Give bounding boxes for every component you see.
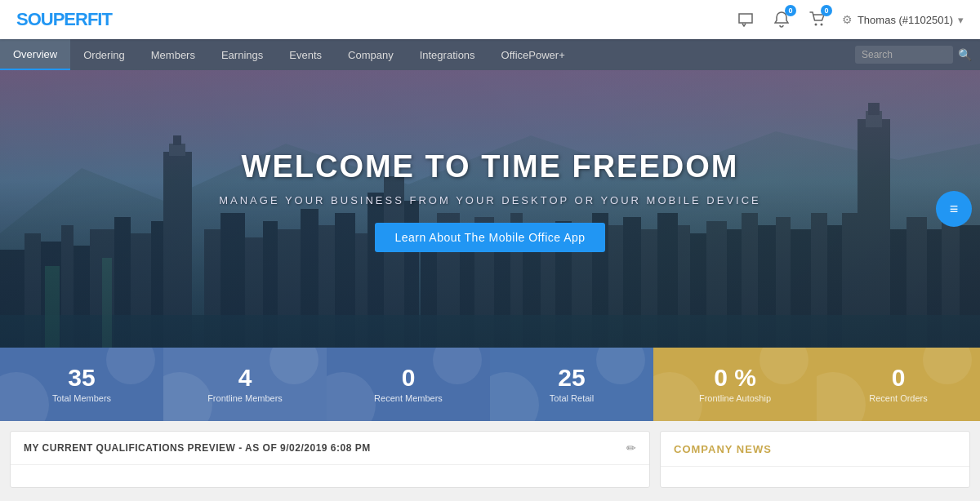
- menu-icon: ≡: [950, 201, 959, 218]
- nav-item-integrations[interactable]: Integrations: [407, 39, 488, 70]
- svg-point-0: [814, 24, 817, 26]
- search-icon[interactable]: 🔍: [958, 48, 972, 61]
- qualifications-panel: MY CURRENT QUALIFICATIONS PREVIEW - AS O…: [10, 431, 650, 488]
- cart-icon-button[interactable]: 0: [806, 8, 829, 31]
- hero-title: WELCOME TO TIME FREEDOM: [98, 149, 882, 184]
- nav-item-events[interactable]: Events: [276, 39, 335, 70]
- nav-item-officepower[interactable]: OfficePower+: [488, 39, 578, 70]
- nav-items: Overview Ordering Members Earnings Event…: [0, 39, 847, 70]
- recent-members-number: 0: [402, 366, 416, 390]
- logo-second: FIT: [87, 9, 112, 29]
- nav-item-ordering[interactable]: Ordering: [70, 39, 138, 70]
- frontline-members-label: Frontline Members: [207, 393, 283, 403]
- stat-frontline-autoship[interactable]: 0 % Frontline Autoship: [653, 348, 817, 421]
- hero-content: WELCOME TO TIME FREEDOM MANAGE YOUR BUSI…: [98, 149, 882, 252]
- header-actions: 0 0 ⚙ Thomas (#1102501) ▾: [734, 8, 964, 31]
- nav-item-company[interactable]: Company: [335, 39, 407, 70]
- total-members-label: Total Members: [52, 393, 111, 403]
- svg-point-1: [820, 24, 822, 26]
- user-name-label: Thomas (#1102501): [858, 14, 953, 26]
- search-input[interactable]: [855, 46, 953, 64]
- news-header: COMPANY NEWS: [661, 432, 969, 467]
- stat-total-retail[interactable]: 25 Total Retail: [490, 348, 653, 421]
- stat-recent-members[interactable]: 0 Recent Members: [327, 348, 490, 421]
- settings-icon: ⚙: [842, 13, 853, 26]
- qualifications-header: MY CURRENT QUALIFICATIONS PREVIEW - AS O…: [11, 432, 649, 465]
- hero-banner: WELCOME TO TIME FREEDOM MANAGE YOUR BUSI…: [0, 70, 980, 348]
- recent-orders-label: Recent Orders: [869, 393, 928, 403]
- main-nav: Overview Ordering Members Earnings Event…: [0, 39, 980, 70]
- notifications-icon-button[interactable]: 0: [770, 8, 793, 31]
- total-retail-label: Total Retail: [550, 393, 594, 403]
- frontline-autoship-number: 0 %: [714, 366, 756, 390]
- hero-subtitle: MANAGE YOUR BUSINESS FROM YOUR DESKTOP O…: [98, 194, 882, 206]
- header: SOUPERFIT 0 0 ⚙ Thomas (#1102501) ▾: [0, 0, 980, 39]
- nav-item-overview[interactable]: Overview: [0, 39, 70, 70]
- nav-search-area: 🔍: [847, 39, 980, 70]
- recent-orders-number: 0: [892, 366, 906, 390]
- recent-members-label: Recent Members: [374, 393, 443, 403]
- frontline-autoship-label: Frontline Autoship: [699, 393, 771, 403]
- logo-first: SOUPER: [16, 9, 87, 29]
- chevron-down-icon: ▾: [958, 14, 964, 26]
- news-panel: COMPANY NEWS: [660, 431, 970, 488]
- nav-item-members[interactable]: Members: [138, 39, 208, 70]
- edit-icon[interactable]: ✏: [626, 441, 636, 454]
- user-menu[interactable]: ⚙ Thomas (#1102501) ▾: [842, 13, 964, 26]
- total-retail-number: 25: [558, 366, 585, 390]
- frontline-members-number: 4: [238, 366, 252, 390]
- total-members-number: 35: [68, 366, 95, 390]
- stat-frontline-members[interactable]: 4 Frontline Members: [163, 348, 327, 421]
- stat-total-members[interactable]: 35 Total Members: [0, 348, 163, 421]
- stat-recent-orders[interactable]: 0 Recent Orders: [817, 348, 980, 421]
- learn-mobile-app-button[interactable]: Learn About The Mobile Office App: [375, 223, 604, 252]
- floating-menu-button[interactable]: ≡: [936, 191, 972, 227]
- qualifications-title: MY CURRENT QUALIFICATIONS PREVIEW - AS O…: [24, 442, 371, 454]
- bottom-section: MY CURRENT QUALIFICATIONS PREVIEW - AS O…: [0, 421, 980, 488]
- nav-item-earnings[interactable]: Earnings: [208, 39, 276, 70]
- notifications-badge: 0: [785, 5, 796, 16]
- cart-badge: 0: [821, 5, 832, 16]
- chat-icon-button[interactable]: [734, 8, 757, 31]
- logo[interactable]: SOUPERFIT: [16, 9, 112, 30]
- stats-row: 35 Total Members 4 Frontline Members 0 R…: [0, 348, 980, 421]
- news-title: COMPANY NEWS: [674, 443, 772, 455]
